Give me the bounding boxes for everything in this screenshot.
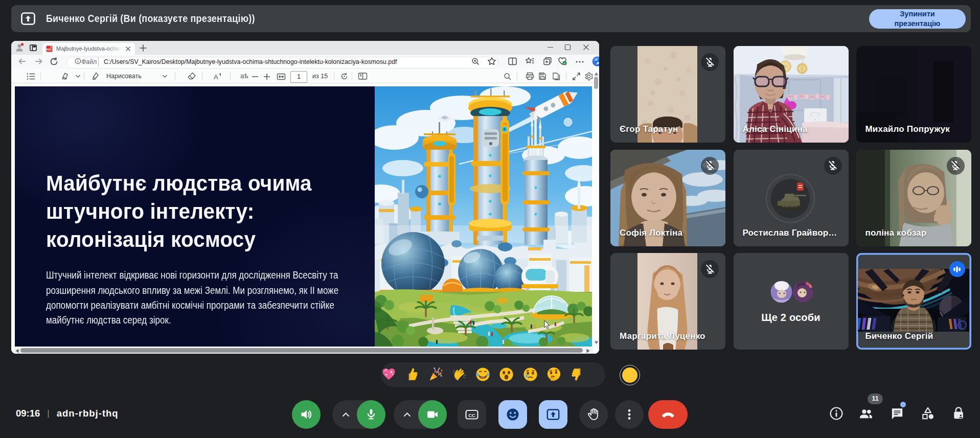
- svg-text:PDF: PDF: [47, 48, 52, 51]
- svg-text:A: A: [214, 73, 218, 81]
- svg-text:CC: CC: [468, 412, 475, 418]
